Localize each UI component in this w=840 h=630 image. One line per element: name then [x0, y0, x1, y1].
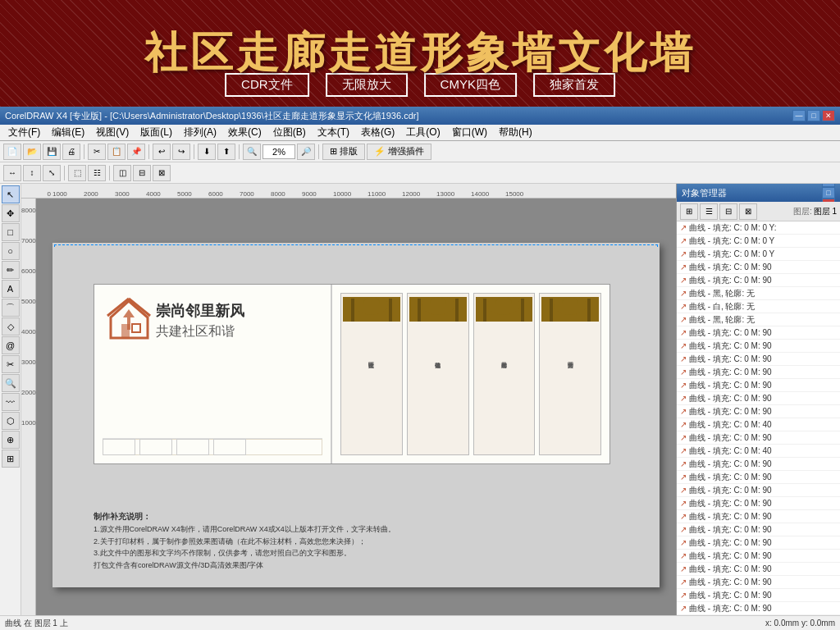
- menu-window[interactable]: 窗口(W): [447, 125, 492, 140]
- object-list-item[interactable]: ↗曲线 - 白, 轮廓: 无: [677, 300, 840, 313]
- obj-mgr-btn2[interactable]: ☰: [700, 203, 718, 220]
- maximize-button[interactable]: □: [807, 110, 820, 121]
- cut-button[interactable]: ✂: [88, 144, 106, 160]
- obj-mgr-btn1[interactable]: ⊞: [680, 203, 698, 220]
- object-list-item[interactable]: ↗曲线 - 填充: C: 0 M: 0 Y: [677, 248, 840, 261]
- plugin-button[interactable]: ⚡ 增强插件: [367, 144, 431, 160]
- object-label: 曲线 - 填充: C: 0 M: 90: [689, 524, 772, 536]
- object-list-item[interactable]: ↗曲线 - 填充: C: 0 M: 90: [677, 550, 840, 563]
- menu-file[interactable]: 文件(F): [3, 125, 45, 140]
- object-list-item[interactable]: ↗曲线 - 填充: C: 0 M: 90: [677, 392, 840, 405]
- object-list-item[interactable]: ↗曲线 - 填充: C: 0 M: 90: [677, 602, 840, 615]
- panel-maximize[interactable]: □: [822, 187, 835, 199]
- print-button[interactable]: 🖨: [62, 144, 80, 160]
- spiral-tool[interactable]: @: [2, 336, 20, 354]
- object-list-item[interactable]: ↗曲线 - 填充: C: 0 M: 90: [677, 340, 840, 353]
- prop-btn-1[interactable]: ↔: [3, 165, 21, 181]
- prop-btn-7[interactable]: ⊟: [133, 165, 151, 181]
- object-list-item[interactable]: ↗曲线 - 填充: C: 0 M: 90: [677, 353, 840, 366]
- close-button[interactable]: ✕: [822, 110, 835, 121]
- menu-help[interactable]: 帮助(H): [494, 125, 537, 140]
- object-list-item[interactable]: ↗曲线 - 填充: C: 0 M: 90: [677, 536, 840, 550]
- ellipse-tool[interactable]: ○: [2, 242, 20, 260]
- menu-bitmap[interactable]: 位图(B): [268, 125, 311, 140]
- arch-panel-2: 倡导诚信美德: [407, 293, 469, 455]
- text-tool[interactable]: A: [2, 280, 20, 298]
- object-list-item[interactable]: ↗曲线 - 填充: C: 0 M: 90: [677, 379, 840, 392]
- prop-btn-4[interactable]: ⬚: [68, 165, 86, 181]
- copy-button[interactable]: 📋: [107, 144, 126, 160]
- object-list-item[interactable]: ↗曲线 - 填充: C: 0 M: 90: [677, 326, 840, 340]
- zoom-tool[interactable]: 🔍: [2, 374, 20, 392]
- menu-tools[interactable]: 工具(O): [401, 125, 445, 140]
- rect-tool[interactable]: □: [2, 223, 20, 241]
- object-label: 曲线 - 填充: C: 0 M: 90: [689, 577, 772, 588]
- fill-tool[interactable]: ⬡: [2, 412, 20, 430]
- crop-tool[interactable]: ✂: [2, 355, 20, 373]
- import-button[interactable]: ⬇: [198, 144, 216, 160]
- svg-rect-16: [483, 299, 486, 322]
- object-list-item[interactable]: ↗曲线 - 填充: C: 0 M: 90: [677, 261, 840, 274]
- undo-button[interactable]: ↩: [153, 144, 171, 160]
- object-list-item[interactable]: ↗曲线 - 黑, 轮廓: 无: [677, 287, 840, 300]
- prop-btn-2[interactable]: ↕: [23, 165, 41, 181]
- object-list-item[interactable]: ↗曲线 - 填充: C: 0 M: 0 Y:: [677, 221, 840, 235]
- canvas-scroll[interactable]: 8000 7000 6000 5000 4000 3000 2000 1000 …: [21, 199, 676, 615]
- menu-view[interactable]: 视图(V): [91, 125, 134, 140]
- zoom-input[interactable]: 2%: [262, 144, 295, 159]
- menu-edit[interactable]: 编辑(E): [47, 125, 89, 140]
- object-list-item[interactable]: ↗曲线 - 填充: C: 0 M: 90: [677, 471, 840, 484]
- curve-icon: ↗: [680, 328, 687, 337]
- interactive-tool[interactable]: ⊞: [2, 450, 20, 468]
- r8: 8000: [271, 190, 302, 198]
- object-list-item[interactable]: ↗曲线 - 填充: C: 0 M: 90: [677, 458, 840, 471]
- prop-btn-3[interactable]: ⤡: [43, 165, 61, 181]
- prop-btn-6[interactable]: ◫: [113, 165, 131, 181]
- obj-mgr-btn4[interactable]: ⊠: [739, 203, 757, 220]
- paste-button[interactable]: 📌: [127, 144, 145, 160]
- menu-table[interactable]: 表格(G): [356, 125, 399, 140]
- prop-btn-8[interactable]: ⊠: [153, 165, 171, 181]
- svg-rect-8: [351, 299, 354, 322]
- object-list-item[interactable]: ↗曲线 - 填充: C: 0 M: 90: [677, 366, 840, 379]
- pen-tool[interactable]: ✏: [2, 261, 20, 279]
- object-list-item[interactable]: ↗曲线 - 黑, 轮廓: 无: [677, 313, 840, 326]
- object-list-item[interactable]: ↗曲线 - 填充: C: 0 M: 90: [677, 589, 840, 602]
- freehand-tool[interactable]: 〰: [2, 393, 20, 411]
- object-list-item[interactable]: ↗曲线 - 填充: C: 0 M: 90: [677, 510, 840, 523]
- object-list-item[interactable]: ↗曲线 - 填充: C: 0 M: 40: [677, 445, 840, 458]
- object-list-item[interactable]: ↗曲线 - 填充: C: 0 M: 90: [677, 563, 840, 576]
- select-tool[interactable]: ↖: [2, 185, 20, 203]
- obj-mgr-btn3[interactable]: ⊟: [719, 203, 737, 220]
- export-button[interactable]: ⬆: [217, 144, 235, 160]
- object-list-item[interactable]: ↗曲线 - 填充: C: 0 M: 90: [677, 405, 840, 418]
- bezier-tool[interactable]: ⌒: [2, 299, 20, 317]
- object-list-item[interactable]: ↗曲线 - 填充: C: 0 M: 90: [677, 274, 840, 287]
- menu-effects[interactable]: 效果(C): [223, 125, 267, 140]
- coord-info: x: 0.0mm y: 0.0mm: [765, 619, 835, 628]
- object-list-item[interactable]: ↗曲线 - 填充: C: 0 M: 0 Y: [677, 235, 840, 248]
- object-list-item[interactable]: ↗曲线 - 填充: C: 0 M: 90: [677, 497, 840, 510]
- object-list-item[interactable]: ↗曲线 - 填充: C: 0 M: 90: [677, 484, 840, 497]
- object-list-item[interactable]: ↗曲线 - 填充: C: 0 M: 90: [677, 576, 840, 589]
- menu-arrange[interactable]: 排列(A): [179, 125, 221, 140]
- object-list-item[interactable]: ↗曲线 - 填充: C: 0 M: 40: [677, 418, 840, 431]
- zoom-in-button[interactable]: 🔎: [297, 144, 315, 160]
- draw-canvas[interactable]: 崇尚邻里新风 共建社区和谐: [52, 243, 660, 587]
- menu-text[interactable]: 文本(T): [313, 125, 354, 140]
- object-list[interactable]: ↗曲线 - 填充: C: 0 M: 0 Y:↗曲线 - 填充: C: 0 M: …: [677, 221, 840, 615]
- new-button[interactable]: 📄: [3, 144, 21, 160]
- save-button[interactable]: 💾: [43, 144, 61, 160]
- polygon-tool[interactable]: ◇: [2, 317, 20, 336]
- shape-tool[interactable]: ✥: [2, 204, 20, 222]
- object-list-item[interactable]: ↗曲线 - 填充: C: 0 M: 90: [677, 431, 840, 445]
- menu-layout[interactable]: 版面(L): [135, 125, 177, 140]
- object-list-item[interactable]: ↗曲线 - 填充: C: 0 M: 90: [677, 523, 840, 536]
- eyedropper-tool[interactable]: ⊕: [2, 431, 20, 449]
- redo-button[interactable]: ↪: [172, 144, 190, 160]
- zoom-out-button[interactable]: 🔍: [243, 144, 261, 160]
- layout-button[interactable]: ⊞ 排版: [322, 144, 365, 160]
- prop-btn-5[interactable]: ☷: [88, 165, 106, 181]
- open-button[interactable]: 📂: [23, 144, 41, 160]
- minimize-button[interactable]: —: [792, 110, 806, 121]
